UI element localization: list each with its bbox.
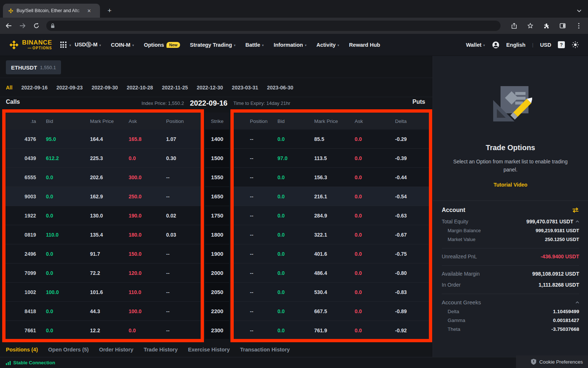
share-icon[interactable] xyxy=(509,20,520,31)
nav-item-information[interactable]: Information▾ xyxy=(274,42,306,48)
tutorial-video-link[interactable]: Tutorial Video xyxy=(494,182,527,188)
puts-row-2000[interactable]: --0.0486.40.0-0.80 xyxy=(234,263,429,283)
wallet-menu[interactable]: Wallet▾ xyxy=(466,42,485,48)
call-bid: 0.0 xyxy=(36,251,80,257)
puts-row-2050[interactable]: --0.0530.40.0-0.83 xyxy=(234,283,429,302)
trade-sidebar: Trade Options Select an Option from mark… xyxy=(433,56,588,357)
nav-item-strategy-trading[interactable]: Strategy Trading▾ xyxy=(190,42,236,48)
call-ask: 180.0 xyxy=(119,232,156,238)
strike-1550: 1550 xyxy=(205,168,229,187)
date-tab-all[interactable]: All xyxy=(6,85,12,91)
date-tab-2022-09-23[interactable]: 2022-09-23 xyxy=(57,85,83,91)
puts-row-1650[interactable]: --0.0216.10.0-0.54 xyxy=(234,187,429,206)
greek-theta: Theta-3.75037668 xyxy=(442,326,579,332)
side-panel-icon[interactable] xyxy=(557,20,568,31)
bookmark-star-icon[interactable] xyxy=(525,20,536,31)
call-bid: 0.0 xyxy=(36,174,80,180)
cookie-preferences-bar[interactable]: Cookie Preferences xyxy=(516,355,588,368)
puts-row-2300[interactable]: --0.0761.90.0-0.92 xyxy=(234,321,429,339)
nav-item-activity[interactable]: Activity▾ xyxy=(316,42,339,48)
account-sub-market-value: Market Value250.1250 USDT xyxy=(442,237,579,242)
puts-row-1900[interactable]: --0.0401.60.0-0.75 xyxy=(234,244,429,263)
browser-toolbar xyxy=(0,18,588,34)
collapse-caret-icon[interactable] xyxy=(576,220,579,223)
profile-avatar-icon[interactable] xyxy=(492,41,500,49)
reload-button-icon[interactable] xyxy=(31,20,42,31)
browser-menu-dots-icon[interactable] xyxy=(573,20,584,31)
date-tab-2022-09-30[interactable]: 2022-09-30 xyxy=(92,85,118,91)
put-position: -- xyxy=(234,194,268,199)
nav-item-options[interactable]: OptionsNew xyxy=(144,42,180,48)
transfer-swap-icon[interactable] xyxy=(572,207,579,213)
history-tab-positions-4[interactable]: Positions (4) xyxy=(6,347,38,353)
puts-header-cell: Mark Price xyxy=(304,118,345,124)
currency-selector[interactable]: USD xyxy=(540,42,551,48)
puts-row-1400[interactable]: --0.085.50.0-0.29 xyxy=(234,130,429,149)
history-tab-trade-history[interactable]: Trade History xyxy=(144,347,178,353)
theme-toggle-sun-icon[interactable] xyxy=(571,41,579,49)
chain-header: Calls Index Price: 1,550.2 2022-09-16 Ti… xyxy=(0,97,433,109)
calls-row-1400[interactable]: 437695.0164.4165.81.07 xyxy=(6,130,201,149)
date-tab-2022-12-30[interactable]: 2022-12-30 xyxy=(197,85,223,91)
symbol-selector[interactable]: ETHUSDT 1,550.1 xyxy=(6,60,61,74)
date-tab-2023-03-31[interactable]: 2023-03-31 xyxy=(232,85,258,91)
strike-2200: 2200 xyxy=(205,302,229,321)
back-button-icon[interactable] xyxy=(3,20,14,31)
put-delta: -0.63 xyxy=(385,213,429,219)
put-mark-price: 284.9 xyxy=(304,213,345,219)
history-tab-exercise-history[interactable]: Exercise History xyxy=(188,347,230,353)
dropdown-caret-icon: ▾ xyxy=(262,43,264,47)
calls-row-2300[interactable]: 76610.012.20.0-- xyxy=(6,321,201,339)
calls-row-1900[interactable]: 24960.091.7150.0-- xyxy=(6,244,201,263)
puts-row-1500[interactable]: --97.0113.50.0-0.39 xyxy=(234,149,429,168)
put-bid: 0.0 xyxy=(268,251,304,257)
calls-row-1750[interactable]: 19220.0130.0190.00.02 xyxy=(6,206,201,225)
nav-item-usd-m[interactable]: USDⓈ-M▾ xyxy=(75,41,101,48)
puts-row-1750[interactable]: --0.0284.90.0-0.63 xyxy=(234,206,429,225)
tab-search-chevron-icon[interactable] xyxy=(577,7,581,14)
account-sub-label: Market Value xyxy=(448,237,476,242)
puts-row-1800[interactable]: --0.0322.10.0-0.67 xyxy=(234,225,429,244)
strike-2300: 2300 xyxy=(205,321,229,339)
url-bar[interactable] xyxy=(46,21,501,31)
language-selector[interactable]: English xyxy=(506,42,526,48)
tab-close-icon[interactable]: ✕ xyxy=(87,8,91,14)
date-tab-2023-06-30[interactable]: 2023-06-30 xyxy=(267,85,293,91)
nav-item-reward-hub[interactable]: Reward Hub xyxy=(349,42,380,48)
new-tab-button[interactable]: + xyxy=(105,6,114,15)
apps-menu[interactable]: ▾ xyxy=(60,42,71,48)
history-tab-open-orders-5[interactable]: Open Orders (5) xyxy=(48,347,89,353)
call-position: 0.03 xyxy=(156,232,201,238)
calls-row-2050[interactable]: 1002100.0101.6110.0-- xyxy=(6,283,201,302)
date-tab-2022-09-16[interactable]: 2022-09-16 xyxy=(21,85,48,91)
call-mark-price: 44.3 xyxy=(80,308,119,314)
history-tab-transaction-history[interactable]: Transaction History xyxy=(240,347,290,353)
puts-row-2200[interactable]: --0.0667.50.0-0.89 xyxy=(234,302,429,321)
calls-row-2200[interactable]: 84180.044.3100.0-- xyxy=(6,302,201,321)
call-ask: 120.0 xyxy=(119,270,156,276)
browser-tab[interactable]: Buy/Sell Bitcoin, Ether and Altc ✕ xyxy=(3,4,100,18)
browser-tabstrip: Buy/Sell Bitcoin, Ether and Altc ✕ + xyxy=(0,0,588,18)
help-icon[interactable]: ? xyxy=(558,41,565,48)
greeks-collapse-caret-icon[interactable] xyxy=(576,301,579,304)
calls-row-1650[interactable]: 90030.0162.9250.0-- xyxy=(6,187,201,206)
history-tab-order-history[interactable]: Order History xyxy=(99,347,133,353)
calls-row-1550[interactable]: 65550.0202.6300.0-- xyxy=(6,168,201,187)
calls-table: .taBidMark PriceAskPosition 437695.0164.… xyxy=(6,113,201,339)
calls-row-2000[interactable]: 70990.072.2120.0-- xyxy=(6,263,201,283)
calls-row-1500[interactable]: 0439612.2225.30.00.30 xyxy=(6,149,201,168)
calls-row-1800[interactable]: 0819110.0135.4180.00.03 xyxy=(6,225,201,244)
forward-button-icon[interactable] xyxy=(17,20,28,31)
puts-row-1550[interactable]: --0.0156.30.0-0.44 xyxy=(234,168,429,187)
date-tab-2022-11-25[interactable]: 2022-11-25 xyxy=(162,85,188,91)
put-bid: 0.0 xyxy=(268,136,304,142)
nav-item-battle[interactable]: Battle▾ xyxy=(245,42,264,48)
account-label: In Order xyxy=(442,282,460,288)
greek-delta: Delta1.10459499 xyxy=(442,309,579,314)
binance-options-logo[interactable]: BINANCE —OPTIONS xyxy=(9,39,52,50)
date-tab-2022-10-28[interactable]: 2022-10-28 xyxy=(127,85,153,91)
extensions-puzzle-icon[interactable] xyxy=(541,20,552,31)
call-ask: 165.8 xyxy=(119,136,156,142)
nav-item-coin-m[interactable]: COIN-M▾ xyxy=(111,42,134,48)
call-delta: 2496 xyxy=(6,251,36,257)
